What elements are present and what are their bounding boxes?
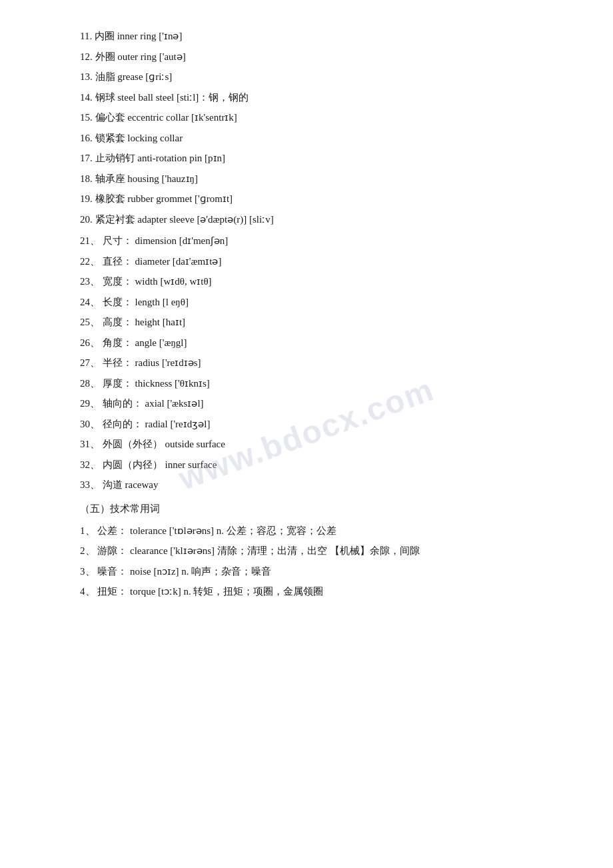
list-item: 4、 扭矩： torque [tɔːk] n. 转矩，扭矩；项圈，金属领圈 (80, 582, 533, 601)
item-cn: 橡胶套 rubber grommet (95, 193, 195, 204)
list-item: 19. 橡胶套 rubber grommet ['ɡromɪt] (80, 189, 533, 209)
list-item: 3、 噪音： noise [nɔɪz] n. 响声；杂音；噪音 (80, 562, 533, 581)
item-num: 23、 (80, 276, 100, 287)
item-num: 16. (80, 133, 93, 143)
vocab-list-2: 21、 尺寸： dimension [dɪ'menʃən] 22、 直径： di… (80, 231, 533, 495)
item-phonetic: [ɪk'sentrɪk] (191, 112, 237, 123)
item-cn: 噪音： noise [nɔɪz] n. 响声；杂音；噪音 (97, 566, 271, 577)
item-cn: 长度： length [l eŋθ] (103, 297, 189, 307)
section-title: （五）技术常用词 (80, 499, 533, 519)
list-item: 28、 厚度： thickness ['θɪknɪs] (80, 374, 533, 393)
vocab-list-3: 1、 公差： tolerance ['tɒlərəns] n. 公差；容忍；宽容… (80, 521, 533, 601)
item-num: 15. (80, 112, 93, 123)
list-item: 27、 半径： radius ['reɪdɪəs] (80, 353, 533, 373)
item-phonetic: ['ɡromɪt] (195, 193, 233, 204)
item-num: 21、 (80, 235, 100, 246)
item-phonetic: [ə'dæptə(r)] [sliːv] (197, 214, 273, 225)
item-cn: 油脂 grease (95, 71, 146, 82)
item-cn: 轴承座 housing (95, 173, 162, 184)
list-item: 12. 外圈 outer ring ['autə] (80, 47, 533, 67)
item-num: 22、 (80, 256, 100, 267)
item-cn: 止动销钉 anti-rotation pin (95, 153, 205, 163)
item-cn: 宽度： width [wɪdθ, wɪtθ] (103, 276, 212, 287)
item-phonetic: ['autə] (159, 51, 186, 62)
list-item: 33、 沟道 raceway (80, 475, 533, 495)
item-cn: 内圆（内径） inner surface (103, 459, 217, 470)
item-cn: 沟道 raceway (103, 479, 159, 490)
item-num: 2、 (80, 545, 95, 556)
item-num: 14. (80, 92, 93, 103)
item-num: 24、 (80, 297, 100, 307)
item-num: 19. (80, 193, 93, 204)
list-item: 18. 轴承座 housing ['hauzɪŋ] (80, 169, 533, 189)
list-item: 23、 宽度： width [wɪdθ, wɪtθ] (80, 272, 533, 291)
item-num: 29、 (80, 398, 100, 409)
list-item: 31、 外圆（外径） outside surface (80, 435, 533, 454)
item-cn: 外圈 outer ring (95, 51, 159, 62)
item-phonetic: [ɡriːs] (145, 71, 172, 82)
list-item: 29、 轴向的： axial ['æksɪəl] (80, 394, 533, 413)
item-cn: 紧定衬套 adapter sleeve (95, 214, 197, 225)
item-cn: 半径： radius ['reɪdɪəs] (103, 357, 201, 368)
item-num: 13. (80, 71, 93, 82)
list-item: 11. 内圈 inner ring ['ɪnə] (80, 27, 533, 46)
item-num: 30、 (80, 419, 100, 429)
item-cn: 扭矩： torque [tɔːk] n. 转矩，扭矩；项圈，金属领圈 (97, 586, 323, 597)
item-cn: 高度： height [haɪt] (103, 317, 185, 327)
item-cn: 钢球 steel ball steel [stiːl]：钢，钢的 (95, 92, 249, 103)
list-item: 24、 长度： length [l eŋθ] (80, 293, 533, 312)
item-cn: 偏心套 eccentric collar (95, 112, 192, 123)
item-cn: 游隙： clearance ['klɪərəns] 清除；清理；出清，出空 【机… (97, 545, 419, 556)
list-item: 1、 公差： tolerance ['tɒlərəns] n. 公差；容忍；宽容… (80, 521, 533, 541)
item-cn: 角度： angle ['æŋgl] (103, 337, 187, 348)
item-num: 28、 (80, 378, 100, 389)
item-cn: 尺寸： dimension [dɪ'menʃən] (103, 235, 229, 246)
item-num: 11. (80, 31, 92, 41)
list-item: 20. 紧定衬套 adapter sleeve [ə'dæptə(r)] [sl… (80, 210, 533, 229)
item-phonetic: ['ɪnə] (159, 31, 182, 41)
item-cn: 锁紧套 locking collar (95, 133, 183, 143)
list-item: 21、 尺寸： dimension [dɪ'menʃən] (80, 231, 533, 251)
vocab-list-1: 11. 内圈 inner ring ['ɪnə] 12. 外圈 outer ri… (80, 27, 533, 229)
item-num: 25、 (80, 317, 100, 327)
list-item: 14. 钢球 steel ball steel [stiːl]：钢，钢的 (80, 88, 533, 107)
list-item: 30、 径向的： radial ['reɪdʒəl] (80, 415, 533, 434)
page-container: 11. 内圈 inner ring ['ɪnə] 12. 外圈 outer ri… (0, 0, 613, 629)
item-cn: 轴向的： axial ['æksɪəl] (103, 398, 204, 409)
list-item: 17. 止动销钉 anti-rotation pin [pɪn] (80, 149, 533, 168)
item-num: 26、 (80, 337, 100, 348)
item-phonetic: ['hauzɪŋ] (162, 173, 198, 184)
list-item: 13. 油脂 grease [ɡriːs] (80, 67, 533, 87)
list-item: 2、 游隙： clearance ['klɪərəns] 清除；清理；出清，出空… (80, 541, 533, 561)
item-cn: 直径： diameter [daɪ'æmɪtə] (103, 256, 222, 267)
item-num: 18. (80, 173, 93, 184)
item-num: 1、 (80, 525, 95, 536)
item-num: 20. (80, 214, 93, 225)
item-num: 4、 (80, 586, 95, 597)
item-cn: 内圈 inner ring (95, 31, 159, 41)
item-num: 3、 (80, 566, 95, 577)
item-num: 32、 (80, 459, 100, 470)
item-phonetic: [pɪn] (205, 153, 225, 163)
item-cn: 公差： tolerance ['tɒlərəns] n. 公差；容忍；宽容；公差 (97, 525, 336, 536)
item-cn: 径向的： radial ['reɪdʒəl] (103, 419, 211, 429)
list-item: 25、 高度： height [haɪt] (80, 313, 533, 332)
item-num: 12. (80, 51, 93, 62)
list-item: 22、 直径： diameter [daɪ'æmɪtə] (80, 252, 533, 271)
item-cn: 厚度： thickness ['θɪknɪs] (103, 378, 210, 389)
item-num: 33、 (80, 479, 100, 490)
list-item: 15. 偏心套 eccentric collar [ɪk'sentrɪk] (80, 108, 533, 127)
item-num: 27、 (80, 357, 100, 368)
item-cn: 外圆（外径） outside surface (103, 439, 225, 449)
list-item: 32、 内圆（内径） inner surface (80, 455, 533, 475)
list-item: 16. 锁紧套 locking collar (80, 129, 533, 148)
item-num: 31、 (80, 439, 100, 449)
item-num: 17. (80, 153, 93, 163)
list-item: 26、 角度： angle ['æŋgl] (80, 333, 533, 353)
